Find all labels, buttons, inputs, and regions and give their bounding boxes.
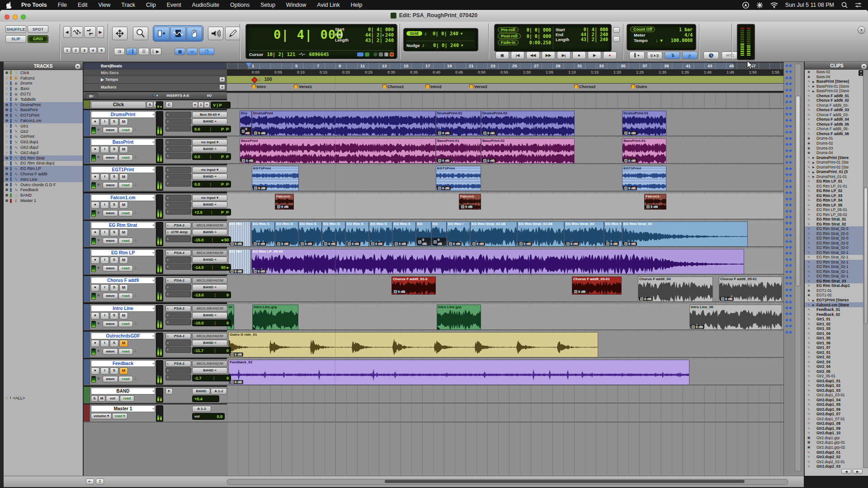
tempo-change-value[interactable]: ♩ 100	[259, 77, 272, 82]
grabber-tool-button[interactable]	[187, 27, 202, 40]
track-list-item-egt1print[interactable]: ∿EGT1Print	[4, 113, 83, 118]
input-meter-icon[interactable]	[91, 182, 96, 189]
clip[interactable]: EG Rtm S0 dB	[275, 221, 298, 247]
io-output-selector[interactable]: BAND ÷	[192, 202, 227, 208]
clips-list-item[interactable]: ∿EG Rtm LP_04	[805, 198, 868, 203]
track-name[interactable]: Chorus F add9▾	[91, 277, 155, 284]
elastic-audio-icon[interactable]: ✳	[97, 321, 100, 326]
io-input-selector[interactable]: MIC/LINE/HIZ/M	[192, 250, 227, 256]
expand-stereo-icon[interactable]: ▶	[812, 165, 816, 169]
track-name[interactable]: Feedback▾	[91, 360, 155, 367]
solo-button[interactable]: S	[110, 174, 118, 181]
clips-list-item[interactable]: ▣Gtr2.dup1.grp-02	[805, 445, 868, 450]
track-name[interactable]: EGT1Print▾	[91, 166, 155, 173]
clip-gain-badge[interactable]: 0 dB	[639, 297, 653, 301]
volume-pan-lcd[interactable]: +2.5|P P	[192, 209, 231, 216]
track-visible-dot[interactable]	[5, 98, 8, 101]
volume-view-button[interactable]: volume ▾	[91, 413, 112, 419]
timeline[interactable]: Dru0 dBDrumsPrint0 dBDrumsPrint-010 dBDr…	[227, 93, 783, 476]
marker-flag-verse1[interactable]	[294, 84, 298, 89]
io-channel[interactable]: 1	[198, 102, 204, 108]
clips-list-item[interactable]: ∿Gtr2.dup2_01	[805, 450, 868, 455]
track-visible-dot[interactable]	[5, 199, 8, 202]
track-view-selector[interactable]: wave	[103, 155, 118, 161]
clips-list-item[interactable]: ◉Drums-01	[805, 136, 868, 141]
track-header-chorus-f-add9[interactable]: Chorus F add9▾●ISM✳waveread⊥PSA-1MIC/LIN…	[84, 276, 227, 302]
sel-length-value[interactable]: 43| 2| 240	[365, 38, 394, 43]
clip-gain-badge[interactable]: 0 dB	[229, 380, 243, 384]
track-visible-dot[interactable]	[5, 114, 8, 117]
io-input-selector[interactable]: no input ▾	[192, 139, 227, 145]
track-color-strip[interactable]	[84, 221, 90, 246]
zoom-preset-2[interactable]: 2	[72, 47, 80, 53]
nudge-label[interactable]: Nudge	[406, 43, 420, 48]
clip[interactable]: Chorus F add9_05-010 dB	[719, 277, 782, 302]
clips-list-item[interactable]: ∿EG Rtm Strat_02-0	[805, 231, 868, 236]
track-lane-falcon1-cm[interactable]	[227, 193, 783, 220]
clips-list-item[interactable]: ∿Gtr2.dup1_06	[805, 407, 868, 412]
clips-list-item[interactable]: ∿EG Rtm Strat_01	[805, 217, 868, 222]
link-timeline-selection-button[interactable]: □┃	[126, 48, 137, 55]
post-roll-value[interactable]: 0| 0| 000	[527, 34, 551, 39]
automation-follows-edit-button[interactable]: ▭	[187, 48, 198, 55]
io-input-selector[interactable]: MIC/LINE/HIZ/M	[192, 277, 227, 284]
external-button[interactable]	[613, 36, 620, 42]
zoom-toggle-button[interactable]	[112, 27, 127, 40]
clips-list-item[interactable]: ∿Gtr2.dup1_03	[805, 388, 868, 393]
record-enable-button[interactable]: ●	[91, 367, 99, 375]
track-list-item-gtr1[interactable]: ∿Gtr1	[4, 123, 83, 129]
menu-item-pro-tools[interactable]: Pro Tools	[21, 2, 47, 8]
slip-mode-button[interactable]: SLIP	[5, 35, 26, 43]
clips-list-item[interactable]: ∿Feedback_02	[805, 312, 868, 317]
genre-status-icon[interactable]	[373, 52, 377, 56]
track-list-item-feedback[interactable]: ∿Feedback	[4, 188, 83, 193]
sel-start-value[interactable]: 0| 4| 000	[368, 27, 394, 32]
clips-list-item[interactable]: ∿Gtr2.dup2_02-01	[805, 459, 868, 464]
clip-gain-badge[interactable]: 0 dB	[276, 242, 290, 246]
clips-vertical-scrollbar[interactable]	[863, 70, 868, 468]
track-view-selector[interactable]: wave	[103, 127, 118, 133]
clips-scroll-right-button[interactable]: ▶	[853, 469, 863, 474]
clip-gain-badge[interactable]: 0 dB	[276, 205, 290, 209]
clips-list-item[interactable]: ∿Gtr2.dup1_08	[805, 421, 868, 426]
clips-list-item[interactable]: ∿▶DrumsPrint-01 (Ste	[805, 160, 868, 165]
expand-stereo-icon[interactable]: ▶	[812, 175, 816, 178]
volume-pan-lcd[interactable]: 0.0|P P	[192, 153, 231, 160]
expand-stereo-icon[interactable]: ▶	[812, 303, 816, 306]
track-visible-dot[interactable]	[5, 194, 8, 197]
clip-gain-badge[interactable]: 0 dB	[720, 297, 734, 301]
track-list-item-gtr2-dup1[interactable]: ∿Gtr2.dup1	[4, 139, 83, 145]
clips-list-item[interactable]: ∿Gtr2.dup1_01	[805, 379, 868, 384]
solo-button[interactable]: S	[110, 229, 118, 236]
shuffle-mode-button[interactable]: SHUFFLE	[5, 25, 26, 33]
mute-button[interactable]: M	[119, 174, 128, 181]
track-list-item-bassprint[interactable]: ∿BassPrint	[4, 108, 83, 113]
clips-list-item[interactable]: ∿▶BassPrint (Stereo)	[805, 79, 868, 84]
track-header-bassprint[interactable]: BassPrint▾●ISM✳waveread⊥no input ▾BAND ÷…	[84, 138, 227, 164]
clip[interactable]: Falcon1-0 dB	[275, 194, 294, 210]
zoom-preset-4[interactable]: 4	[89, 47, 97, 53]
pre-roll-value[interactable]: 0| 0| 000	[527, 28, 551, 33]
insert-slot-3[interactable]	[165, 153, 191, 159]
record-enable-button[interactable]: ●	[91, 257, 99, 264]
volume-pan-lcd[interactable]: -15.0|◂ 50	[192, 236, 231, 243]
clips-list-item[interactable]: ∿EG Rtm Strat_02-1	[805, 250, 868, 255]
tracks-panel-menu-chevron[interactable]: ▼	[75, 63, 81, 70]
track-header-feedback[interactable]: Feedback▾●ISM✳waveread⊥PSA-1MIC/LINE/HIZ…	[84, 359, 227, 385]
clips-list-item[interactable]: ∿EG Rtm Strat_02	[805, 222, 868, 227]
clips-list-item[interactable]: ∿Gtr2_05-01	[805, 374, 868, 379]
clips-list-item[interactable]: ∿Gtr2_04	[805, 364, 868, 369]
clips-list-item[interactable]: ∿EG Rtm Strat_02-0	[805, 236, 868, 241]
track-name[interactable]: Master 1▾	[91, 405, 155, 412]
clips-list-item[interactable]: ∿EG Rtm LP_05-01	[805, 207, 868, 212]
clips-list-item[interactable]: ∿Gtr1_02	[805, 321, 868, 326]
vol-view-button[interactable]: vol	[106, 395, 119, 402]
clip[interactable]: EG Rtm Strat_02-080 dB	[470, 221, 517, 247]
io-input-selector[interactable]: Bus 59-60 ▾	[192, 112, 227, 118]
insert-slot-2[interactable]	[165, 257, 191, 263]
track-name[interactable]: EG Rtm LP▾	[91, 249, 155, 256]
marker-flag-chorus2[interactable]	[574, 84, 578, 89]
mute-button[interactable]: M	[119, 146, 128, 153]
mute-status-icon[interactable]: M	[390, 52, 394, 56]
record-enable-button[interactable]: ●	[91, 118, 99, 126]
